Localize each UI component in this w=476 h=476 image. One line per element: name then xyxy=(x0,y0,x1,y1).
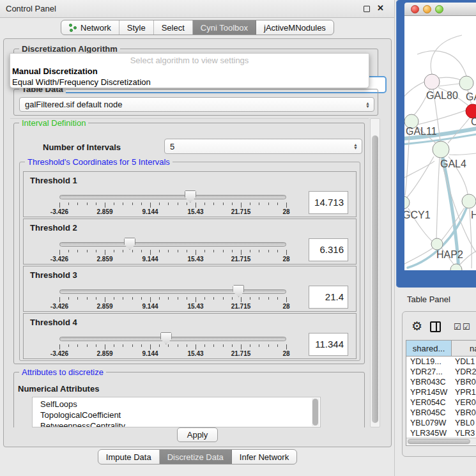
table-cell: YBR043C xyxy=(406,377,452,387)
threshold-4-slider[interactable]: -3.4262.8599.14415.4321.71528 xyxy=(59,314,286,360)
slider-thumb[interactable] xyxy=(160,332,172,344)
network-node[interactable] xyxy=(431,238,443,250)
tab-infer-network[interactable]: Infer Network xyxy=(232,450,296,464)
network-view-window[interactable]: GAL80GACGAL11GAL4GCY1HHAP2 xyxy=(396,0,476,288)
horizontal-scrollbar[interactable] xyxy=(406,438,476,445)
tab-discretize-data[interactable]: Discretize Data xyxy=(160,450,232,464)
slider-tick-label: 21.715 xyxy=(231,303,251,310)
slider-thumb[interactable] xyxy=(124,238,135,250)
attribute-item[interactable]: TopologicalCoefficient xyxy=(40,410,320,420)
network-node[interactable] xyxy=(433,141,449,158)
table-row[interactable]: YBR045CYBR0 xyxy=(406,408,476,418)
network-node[interactable] xyxy=(450,264,462,270)
slider-track[interactable] xyxy=(59,195,286,199)
float-window-icon[interactable] xyxy=(364,6,370,12)
slider-tick xyxy=(196,297,196,302)
slider-tick xyxy=(159,203,160,205)
number-of-intervals-combobox[interactable]: 5 ▲▼ xyxy=(164,139,362,154)
slider-tick xyxy=(187,344,187,347)
slider-tick xyxy=(96,250,96,252)
tab-style[interactable]: Style xyxy=(119,20,154,35)
close-traffic-light[interactable] xyxy=(411,5,419,13)
apply-button[interactable]: Apply xyxy=(177,427,218,442)
threshold-value-field[interactable]: 6.316 xyxy=(309,238,348,261)
numerical-attributes-list[interactable]: SelfLoopsTopologicalCoefficientBetweenne… xyxy=(32,397,321,427)
attribute-item[interactable]: SelfLoops xyxy=(40,399,320,410)
threshold-value-field[interactable]: 14.713 xyxy=(309,191,348,214)
popup-item-manual-discretization[interactable]: Manual Discretization xyxy=(12,66,98,76)
top-tab-bar: Network Style Select Cyni Toolbox jActiv… xyxy=(0,20,395,35)
slider-track[interactable] xyxy=(59,289,286,294)
panel-title: Control Panel xyxy=(6,4,56,13)
slider-ticks xyxy=(59,344,286,350)
popup-item-equal-width[interactable]: Equal Width/Frequency Discretization xyxy=(12,77,151,87)
close-icon[interactable]: ✕ xyxy=(377,3,384,13)
checkbox-icon[interactable]: ☑ xyxy=(454,322,461,332)
column-header-name[interactable]: na xyxy=(452,341,476,356)
scrollbar-thumb[interactable] xyxy=(372,135,378,423)
table-row[interactable]: YER054CYER0 xyxy=(406,397,476,408)
network-node[interactable] xyxy=(424,74,440,89)
tab-jactivemnodules[interactable]: jActiveMNodules xyxy=(256,20,334,35)
settings-scroll-area: Interval Definition Number of Intervals … xyxy=(10,118,369,427)
checkbox-icon[interactable]: ☑ xyxy=(463,322,470,332)
table-cell: YBL0 xyxy=(452,418,476,428)
network-node[interactable] xyxy=(462,194,476,208)
table-row[interactable]: YDL19...YDL1 xyxy=(406,357,476,367)
threshold-value-field[interactable]: 21.4 xyxy=(309,286,348,309)
attributes-group: Attributes to discretize Numerical Attri… xyxy=(13,372,365,427)
table-data-value: galFiltered.sif default node xyxy=(25,100,122,109)
slider-tick-label: 9.144 xyxy=(142,350,158,357)
control-panel-header: Control Panel ✕ xyxy=(0,0,394,18)
slider-tick-label: 21.715 xyxy=(231,350,251,357)
table-row[interactable]: YBR043CYBR0 xyxy=(406,377,476,387)
list-scrollbar[interactable] xyxy=(312,398,319,426)
scrollbar-thumb[interactable] xyxy=(408,439,470,444)
column-header-shared[interactable]: shared... xyxy=(406,341,452,356)
threshold-1-slider[interactable]: -3.4262.8599.14415.4321.71528 xyxy=(59,172,286,218)
threshold-1-panel: Threshold 1 -3.4262.8599.14415.4321.7152… xyxy=(23,171,357,217)
tab-label: Network xyxy=(81,23,111,33)
network-window-titlebar[interactable] xyxy=(404,3,476,16)
table-row[interactable]: YPR145WYPR1 xyxy=(406,387,476,397)
table-row[interactable]: YDR27...YDR2 xyxy=(406,367,476,377)
table-data-combobox[interactable]: galFiltered.sif default node ▲▼ xyxy=(19,97,374,112)
tab-cyni-toolbox[interactable]: Cyni Toolbox xyxy=(193,20,256,35)
threshold-3-slider[interactable]: -3.4262.8599.14415.4321.71528 xyxy=(59,266,286,312)
table-cell: YDL19... xyxy=(406,357,452,367)
tab-select[interactable]: Select xyxy=(154,20,193,35)
slider-tick xyxy=(268,344,269,347)
slider-thumb[interactable] xyxy=(185,190,196,203)
slider-tick-label: 21.715 xyxy=(231,256,251,263)
slider-tick xyxy=(168,203,169,205)
network-node[interactable] xyxy=(459,76,473,90)
zoom-traffic-light[interactable] xyxy=(435,5,443,13)
attribute-item[interactable]: BetweennessCentrality xyxy=(40,420,320,427)
slider-tick-labels: -3.4262.8599.14415.4321.71528 xyxy=(59,256,286,263)
group-title: Discretization Algorithm xyxy=(19,44,120,54)
slider-tick xyxy=(268,297,269,300)
minimize-traffic-light[interactable] xyxy=(423,5,431,13)
network-node[interactable] xyxy=(404,196,410,209)
slider-tick-label: -3.426 xyxy=(50,303,68,310)
table-row[interactable]: YBL079WYBL0 xyxy=(406,418,476,428)
slider-ticks xyxy=(59,203,286,208)
vertical-scrollbar[interactable] xyxy=(370,118,380,427)
table-row[interactable]: YLR345WYLR3 xyxy=(406,428,476,436)
table-header-row: shared... na xyxy=(406,341,476,357)
threshold-value-field[interactable]: 11.344 xyxy=(309,333,348,356)
slider-thumb[interactable] xyxy=(233,285,244,297)
gear-icon[interactable]: ⚙ xyxy=(411,320,422,332)
tab-impute-data[interactable]: Impute Data xyxy=(98,450,160,464)
slider-tick xyxy=(250,344,250,347)
slider-track[interactable] xyxy=(59,242,286,247)
columns-icon[interactable] xyxy=(430,321,441,332)
tab-network[interactable]: Network xyxy=(61,20,119,35)
threshold-2-slider[interactable]: -3.4262.8599.14415.4321.71528 xyxy=(59,219,286,265)
slider-tick xyxy=(159,250,160,252)
slider-tick xyxy=(141,344,142,347)
slider-tick xyxy=(141,250,142,252)
slider-tick xyxy=(196,203,196,208)
network-canvas[interactable]: GAL80GACGAL11GAL4GCY1HHAP2 xyxy=(404,16,476,270)
slider-track[interactable] xyxy=(59,337,286,341)
